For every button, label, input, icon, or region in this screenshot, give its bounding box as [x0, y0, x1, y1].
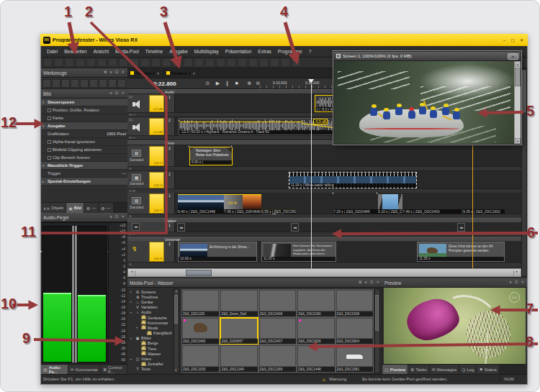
rotate-tool[interactable] — [71, 79, 79, 88]
object-tab[interactable]: ▣ Bild — [66, 203, 84, 213]
media-thumbnail[interactable]: Z&S_DSC1581 — [336, 345, 374, 373]
menu-item[interactable]: Ausgabe — [166, 48, 191, 55]
expander-icon[interactable]: ▾ — [136, 326, 140, 329]
playhead-line[interactable] — [311, 84, 312, 268]
preview-tab[interactable]: ⚙ Tasks — [408, 365, 430, 374]
float-icon[interactable]: ⊡ — [369, 281, 374, 285]
timeline-marker[interactable]: ▸◂ — [291, 223, 299, 232]
checkbox[interactable] — [48, 140, 51, 144]
resize-grip[interactable]: ⋰ — [521, 377, 526, 382]
tree-scrollbar[interactable]: ▴ ▾ — [174, 288, 179, 373]
tree-item[interactable]: ▸ ⊟ Screens — [129, 289, 172, 294]
property-row[interactable]: ▸ Spezial-Einstellungen — [41, 178, 127, 186]
timeline-tab[interactable]: Timeline 2 ✕ — [163, 68, 199, 78]
menu-item[interactable]: Timeline — [143, 48, 166, 55]
cut-icon[interactable] — [130, 58, 139, 67]
preview-tab[interactable]: ◷ Log — [459, 365, 477, 374]
object-tab[interactable]: ∧∧ Objekt — [41, 203, 66, 213]
save-all-icon[interactable] — [76, 58, 85, 67]
tab-close-icon[interactable]: ✕ — [156, 71, 159, 76]
info-icon[interactable] — [292, 58, 301, 67]
close-icon[interactable]: ✕ — [520, 281, 525, 285]
refresh-icon[interactable] — [119, 58, 128, 67]
minimize-button[interactable]: – — [502, 38, 507, 42]
property-row[interactable]: ▾ Ausgabe — [41, 122, 127, 130]
media-thumbnail[interactable]: Z&S_DSC1340 — [220, 345, 258, 373]
open-folder-icon[interactable] — [54, 58, 63, 67]
close-icon[interactable]: ✕ — [375, 281, 380, 285]
track-strip[interactable]: ⊘ — [127, 263, 521, 268]
zoom-in-button[interactable]: ⊕ — [246, 80, 253, 88]
redo-icon[interactable] — [108, 58, 117, 67]
pen-tool[interactable] — [89, 79, 98, 88]
scrollbar-thumb[interactable] — [186, 270, 212, 276]
menu-icon[interactable]: ≡ — [109, 70, 113, 75]
play-button[interactable]: ▶ — [214, 80, 222, 88]
tree-item[interactable]: Tiere — [129, 346, 172, 351]
object-tab[interactable]: ⚙ — — [99, 203, 113, 213]
media-thumbnail[interactable]: Z&S_DSC0408 — [258, 289, 297, 317]
media-thumbnail[interactable]: Z&S_DSC1399 — [258, 345, 297, 373]
new-file-icon[interactable] — [43, 58, 53, 67]
universal-clip[interactable]: Hier können Sie Stichwörter angeben, die… — [261, 242, 336, 262]
title-clip-norwegen[interactable]: Norwegen. Eine Reise zum Polarkreis 6.60… — [189, 147, 233, 165]
gain-chip[interactable]: -5.5 dB — [313, 119, 328, 124]
media-thumbnail[interactable]: Z&S_DSC0437 — [258, 317, 297, 345]
mixer-icon[interactable] — [184, 58, 193, 67]
tree-item[interactable]: ▾ Musik — [129, 325, 172, 330]
expander-icon[interactable]: ▾ — [130, 357, 134, 361]
volume-block-audio-2[interactable]: 0.0 dB — [149, 118, 164, 135]
media-thumbnail[interactable]: Z&S_DSC0400 — [181, 317, 220, 345]
menu-icon[interactable]: ≡ — [509, 281, 513, 285]
menu-icon[interactable]: ≡ — [109, 215, 113, 219]
property-row[interactable]: Bildfeld-Clipping aktivieren — [41, 146, 127, 154]
timeline-tab[interactable]: Timeline 1 ✕ — [127, 68, 163, 78]
help-icon[interactable] — [281, 58, 290, 67]
pin-icon[interactable]: ✥ — [103, 70, 108, 75]
photo-clip[interactable] — [378, 194, 402, 209]
tree-item[interactable]: ▾ ▣ Bilder — [129, 336, 172, 341]
media-thumbnail[interactable]: Z&S_DSC0904 — [336, 317, 374, 345]
property-row[interactable]: Alpha-Kanal ignorieren — [41, 138, 127, 146]
tree-item[interactable]: ▾ ◫ Video — [129, 356, 172, 361]
volume-block-audio-1[interactable]: 0.0 dB — [149, 95, 164, 112]
menu-item[interactable]: Ansicht — [91, 48, 112, 55]
tree-item[interactable]: V Variablen — [129, 305, 172, 310]
menu-item[interactable]: Bearbeiten — [61, 48, 89, 55]
media-thumbnail[interactable]: Z&S_D200857 — [220, 317, 258, 345]
property-row[interactable]: ▾ Mausklick-Trigger — [41, 162, 127, 170]
tab-close-icon[interactable]: ✕ — [192, 71, 195, 76]
ports-icon[interactable] — [173, 58, 182, 67]
tree-item[interactable]: ▾ ♪ Audio — [129, 310, 172, 315]
preview-play-icon[interactable] — [140, 58, 150, 67]
menu-item[interactable]: Programme — [275, 48, 305, 55]
property-row[interactable]: Clip-Bereich fixieren — [41, 154, 127, 162]
presenter-icon[interactable] — [248, 58, 258, 67]
intensity-block[interactable]: 100 % — [149, 146, 164, 166]
intensity-block[interactable]: 100 % — [149, 172, 164, 188]
menu-item[interactable]: Extras — [255, 48, 274, 55]
scrollbar-thumb[interactable] — [174, 295, 178, 324]
screen-preview-window[interactable]: Screen 1, 100%/100% (3 fps, 0 MB) ✕ ▲ ▼ — [333, 51, 521, 145]
delete-tool[interactable] — [52, 79, 60, 88]
universal-clip[interactable]: Diese Infos können an den AV-Prompter ge… — [417, 242, 505, 262]
range-tool[interactable] — [108, 79, 117, 88]
calendar-icon[interactable] — [216, 58, 225, 67]
preview-tab[interactable]: ◫ Preview — [382, 365, 408, 374]
playhead-marker[interactable] — [308, 79, 314, 83]
panel-tab[interactable]: ✏ Kommentar — [68, 365, 101, 374]
curve-tool[interactable] — [117, 79, 126, 88]
checkbox[interactable] — [48, 109, 51, 112]
tree-item[interactable]: ▸ ⌂ Geräte — [129, 299, 172, 304]
menu-icon[interactable]: ≡ — [364, 281, 368, 285]
intensity-block[interactable]: 100 % — [149, 242, 164, 262]
expander-icon[interactable]: ▾ — [42, 101, 46, 104]
menu-item[interactable]: ? — [306, 48, 315, 55]
media-thumbnail[interactable]: Z&S_DSC0828 — [297, 317, 335, 345]
menu-item[interactable]: Multidisplay — [192, 48, 222, 55]
expander-icon[interactable]: ▸ — [130, 300, 134, 304]
property-row[interactable]: ▾ Steuerspuren — [41, 99, 127, 106]
expander-icon[interactable]: ▾ — [130, 311, 134, 314]
close-icon[interactable]: ✕ — [120, 70, 125, 75]
scrollbar-thumb[interactable] — [375, 295, 379, 331]
